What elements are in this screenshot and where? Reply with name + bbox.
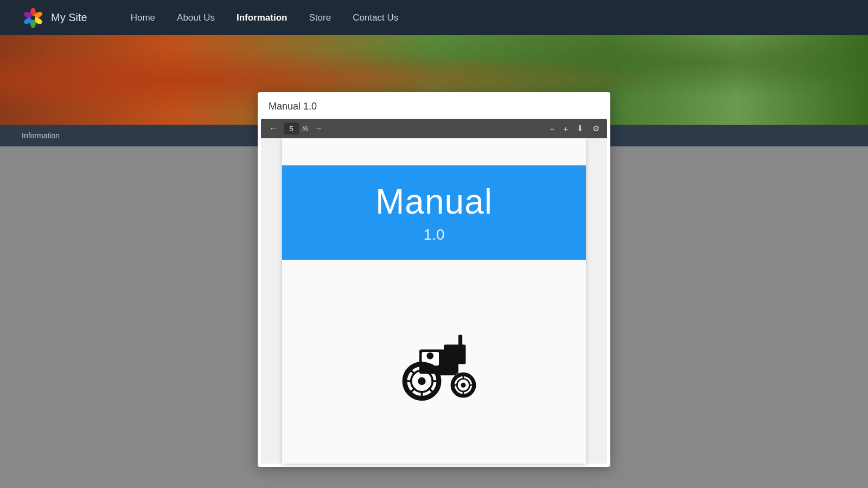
nav-links: Home About Us Information Store Contact … (131, 12, 399, 23)
pdf-zoom-out-button[interactable]: − (547, 123, 557, 134)
nav-store[interactable]: Store (309, 12, 331, 23)
pdf-toolbar-right: − + ⬇ ⚙ (547, 123, 602, 134)
svg-point-26 (461, 383, 466, 388)
pdf-zoom-in-button[interactable]: + (561, 123, 570, 134)
pdf-page-input[interactable] (284, 123, 299, 134)
pdf-page-top (282, 138, 586, 165)
brand-logo-icon (22, 7, 44, 29)
subnav-label: Information (22, 131, 60, 140)
pdf-page-bottom (282, 260, 586, 464)
svg-rect-31 (439, 371, 456, 375)
brand[interactable]: My Site (22, 7, 87, 29)
svg-rect-10 (458, 335, 462, 348)
navbar: My Site Home About Us Information Store … (0, 0, 868, 35)
pdf-cover-version: 1.0 (424, 226, 445, 243)
modal-title: Manual 1.0 (258, 92, 610, 119)
pdf-total-pages: /6 (302, 125, 308, 133)
manual-modal: Manual 1.0 ← /6 → − + ⬇ ⚙ Manual 1.0 (258, 92, 610, 467)
svg-point-7 (31, 16, 35, 20)
pdf-page: Manual 1.0 (282, 138, 586, 464)
pdf-cover-blue: Manual 1.0 (282, 165, 586, 260)
pdf-content: Manual 1.0 (261, 138, 607, 464)
pdf-next-button[interactable]: → (311, 123, 326, 134)
page-body: Manual 1.0 ← /6 → − + ⬇ ⚙ Manual 1.0 (0, 146, 868, 488)
pdf-prev-button[interactable]: ← (266, 123, 280, 134)
nav-contact[interactable]: Contact Us (353, 12, 398, 23)
pdf-settings-button[interactable]: ⚙ (590, 123, 602, 134)
nav-information[interactable]: Information (237, 12, 288, 23)
pdf-download-button[interactable]: ⬇ (575, 123, 586, 134)
pdf-cover-title: Manual (375, 182, 493, 222)
nav-about[interactable]: About Us (177, 12, 215, 23)
svg-rect-9 (444, 345, 466, 364)
nav-home[interactable]: Home (131, 12, 155, 23)
tractor-icon (385, 323, 483, 401)
svg-point-15 (418, 377, 425, 385)
pdf-toolbar: ← /6 → − + ⬇ ⚙ (261, 119, 607, 138)
svg-point-12 (427, 352, 434, 359)
brand-name: My Site (51, 11, 87, 24)
